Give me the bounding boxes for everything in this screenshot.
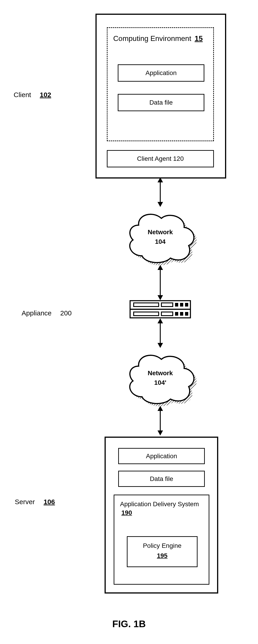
network-1-num: 104 <box>120 237 200 246</box>
client-data-file-box: Data file <box>118 94 204 111</box>
computing-environment-num: 15 <box>194 34 203 42</box>
server-data-file-text: Data file <box>150 475 173 482</box>
appliance-label: Appliance 200 <box>22 309 72 317</box>
client-box: Computing Environment 15 Application Dat… <box>96 14 226 178</box>
figure-caption: FIG. 1B <box>112 618 146 630</box>
diagram-figure: Client 102 Appliance 200 Server 106 Comp… <box>9 9 249 635</box>
ads-box: Application Delivery System 190 Policy E… <box>114 494 209 585</box>
client-data-file-text: Data file <box>149 99 173 106</box>
server-data-file-box: Data file <box>118 471 205 487</box>
ads-label: Application Delivery System 190 <box>120 500 202 517</box>
server-application-box: Application <box>118 448 205 464</box>
server-label: Server 106 <box>15 498 55 506</box>
network-1-text: Network <box>120 228 200 237</box>
appliance-label-text: Appliance <box>22 309 52 317</box>
svg-rect-5 <box>175 303 178 306</box>
svg-rect-6 <box>180 303 183 306</box>
computing-environment-label: Computing Environment 15 <box>113 34 203 44</box>
network-1-label: Network 104 <box>120 228 200 246</box>
client-agent-text: Client Agent 120 <box>137 155 184 162</box>
ads-text: Application Delivery System <box>120 500 199 508</box>
client-label-num: 102 <box>40 91 51 98</box>
server-label-num: 106 <box>44 498 55 506</box>
network-cloud-1: Network 104 <box>120 205 200 268</box>
network-2-num: 104' <box>120 378 200 388</box>
computing-environment-text: Computing Environment <box>113 34 191 42</box>
server-label-text: Server <box>15 498 35 506</box>
network-cloud-2: Network 104' <box>120 346 200 409</box>
client-label-text: Client <box>14 91 31 98</box>
client-agent-box: Client Agent 120 <box>107 150 214 167</box>
network-2-text: Network <box>120 368 200 378</box>
computing-environment-box: Computing Environment 15 Application Dat… <box>107 27 214 141</box>
policy-engine-box: Policy Engine 195 <box>127 536 198 567</box>
svg-rect-12 <box>185 312 188 316</box>
policy-engine-num: 195 <box>157 552 168 560</box>
svg-rect-11 <box>180 312 183 316</box>
server-application-text: Application <box>146 452 177 460</box>
server-box: Application Data file Application Delive… <box>104 436 218 594</box>
svg-rect-10 <box>175 312 178 316</box>
client-label: Client 102 <box>14 91 51 99</box>
policy-engine-label: Policy Engine 195 <box>128 537 197 560</box>
ads-num: 190 <box>122 509 132 516</box>
policy-engine-text: Policy Engine <box>128 542 197 550</box>
network-2-label: Network 104' <box>120 368 200 388</box>
appliance-label-num: 200 <box>60 309 72 317</box>
svg-rect-7 <box>185 303 188 306</box>
client-application-box: Application <box>118 64 204 82</box>
appliance-icon <box>130 300 191 319</box>
client-application-text: Application <box>146 69 176 77</box>
